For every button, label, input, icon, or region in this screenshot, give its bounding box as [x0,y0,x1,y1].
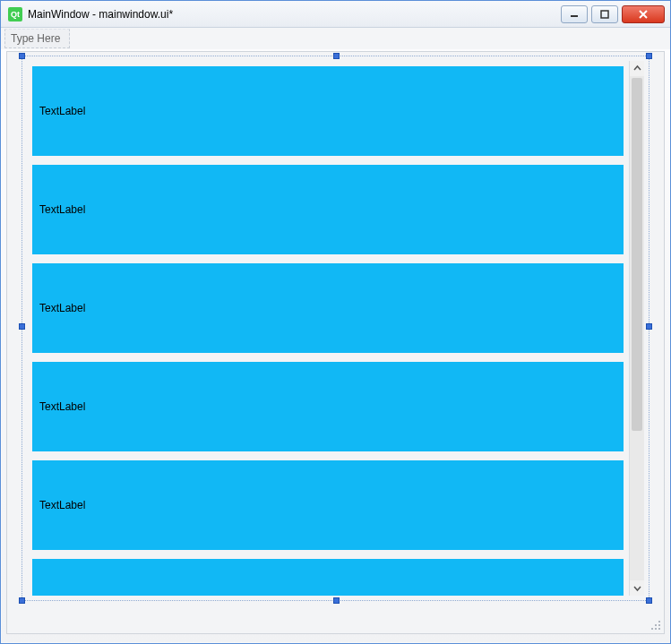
selection-handle-s[interactable] [333,597,340,604]
scrollbar-thumb[interactable] [632,78,642,431]
text-label-text: TextLabel [39,302,85,314]
size-grip-icon [649,619,662,631]
maximize-icon [600,10,609,19]
size-grip[interactable] [649,619,662,631]
menubar-type-here[interactable]: Type Here [4,29,70,48]
selection-handle-ne[interactable] [646,53,652,59]
text-label[interactable]: TextLabel [32,165,624,254]
qt-app-icon: Qt [8,7,22,21]
text-label-text: TextLabel [39,499,85,511]
close-button[interactable] [622,5,665,23]
scrollbar-track[interactable] [630,76,644,580]
svg-point-5 [655,624,657,626]
scroll-up-button[interactable] [630,61,644,76]
close-icon [638,9,649,20]
selection-handle-w[interactable] [19,323,25,330]
vertical-scrollbar[interactable] [629,61,644,596]
svg-point-9 [658,628,660,630]
titlebar[interactable]: Qt MainWindow - mainwindow.ui* [1,1,670,28]
selection-handle-n[interactable] [333,53,340,59]
selection-handle-e[interactable] [646,323,652,330]
selection-handle-nw[interactable] [19,53,25,59]
designer-canvas[interactable]: TextLabel TextLabel TextLabel TextLabel … [6,51,665,634]
selection-handle-se[interactable] [646,597,652,604]
svg-point-6 [658,624,660,626]
text-label[interactable]: TextLabel [32,362,624,451]
svg-point-8 [655,628,657,630]
text-label[interactable]: TextLabel [32,263,624,353]
scroll-down-button[interactable] [630,580,644,596]
maximize-button[interactable] [591,5,618,23]
chevron-down-icon [633,584,641,592]
selection-frame[interactable]: TextLabel TextLabel TextLabel TextLabel … [22,56,649,601]
chevron-up-icon [633,64,641,73]
svg-point-7 [651,628,653,630]
minimize-button[interactable] [561,5,588,23]
main-window: Qt MainWindow - mainwindow.ui* Type Here… [0,0,671,644]
text-label[interactable]: TextLabel [32,66,624,156]
text-label[interactable]: TextLabel [32,460,624,550]
svg-rect-1 [601,11,608,18]
minimize-icon [570,10,579,19]
window-title: MainWindow - mainwindow.ui* [28,8,561,21]
scroll-area: TextLabel TextLabel TextLabel TextLabel … [27,61,644,596]
qt-app-icon-text: Qt [11,10,20,19]
text-label[interactable]: TextLabel [32,559,624,596]
menubar[interactable]: Type Here [1,28,670,49]
selection-handle-sw[interactable] [19,597,25,604]
text-label-text: TextLabel [39,400,85,413]
text-label-text: TextLabel [39,105,85,117]
window-buttons [561,5,665,23]
svg-point-4 [658,621,660,623]
text-label-text: TextLabel [39,203,85,216]
scroll-content: TextLabel TextLabel TextLabel TextLabel … [27,61,629,596]
